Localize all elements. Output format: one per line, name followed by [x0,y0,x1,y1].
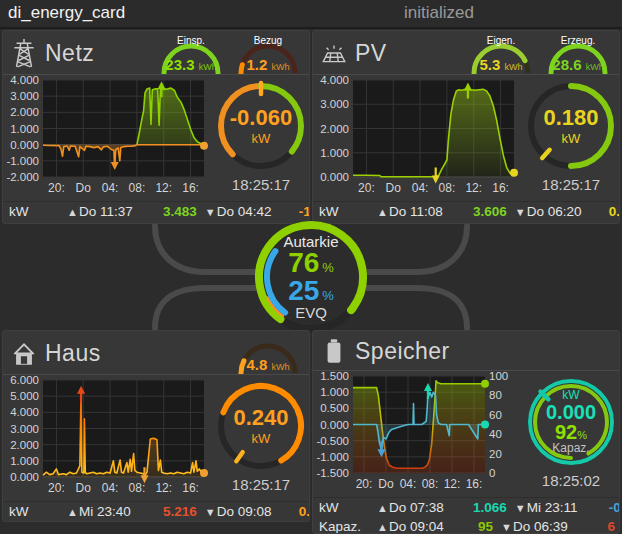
svg-text:12:: 12: [155,181,172,195]
svg-text:3.000: 3.000 [320,98,349,110]
panel-pv[interactable]: PV Eigen. 5.3 kWh Erzeug. 28.6 kWh 4.000… [312,30,620,224]
max-arrow-icon: ▲ [67,506,78,518]
power-pylon-icon [9,38,39,68]
min-arrow-icon: ▼ [205,206,216,218]
svg-text:08:: 08: [439,181,456,195]
netz-power-gauge[interactable]: -0.060 kW [213,78,309,174]
min-arrow-icon: ▼ [515,502,526,514]
svg-text:20:: 20: [48,481,65,495]
haus-power-gauge[interactable]: 0.240 kW [213,378,309,474]
svg-text:16:: 16: [466,477,483,491]
panel-haus[interactable]: Haus 4.8 kWh 6.0005.0004.0003.0002.0001.… [2,330,310,522]
speicher-header: Speicher [313,331,619,371]
max-arrow-icon: ▲ [377,521,388,533]
pv-stats-row: kW ▲Do 11:08 3.606 ▼Do 06:20 0.000 [313,201,619,221]
svg-text:16:: 16: [492,181,509,195]
svg-text:04:: 04: [102,481,119,495]
svg-text:4.000: 4.000 [10,75,39,86]
svg-text:5.000: 5.000 [10,390,39,402]
speicher-stats-row-kw: kW ▲Do 07:38 1.066 ▼Mi 23:11 -0.793 [313,497,619,517]
svg-text:1.000: 1.000 [10,123,39,135]
netz-chart: 4.0003.0002.0001.0000.000-1.000-2.00020:… [3,75,211,201]
window-titlebar: di_energy_card initialized [0,0,622,29]
svg-text:20:: 20: [358,181,375,195]
max-arrow-icon: ▲ [67,206,78,218]
pv-erzeug-badge[interactable]: Erzeug. 28.6 kWh [541,32,615,74]
pv-chart: 4.0003.0002.0001.0000.00020:Do04:08:12:1… [313,75,521,201]
autarkie-gauge[interactable]: Autarkie 76 % 25 % EVQ [253,219,369,335]
netz-bezug-badge[interactable]: Bezug 1.2 kWh [231,32,305,74]
max-arrow-icon: ▲ [377,502,388,514]
svg-text:1.500: 1.500 [320,371,349,382]
svg-text:08:: 08: [422,477,439,491]
svg-text:0: 0 [489,467,495,479]
svg-text:08:: 08: [129,181,146,195]
svg-text:4.000: 4.000 [320,75,349,86]
min-arrow-icon: ▼ [205,506,216,518]
svg-text:16:: 16: [182,481,199,495]
svg-text:80: 80 [489,389,502,401]
netz-timestamp: 18:25:17 [232,176,290,193]
svg-text:20:: 20: [356,477,373,491]
speicher-stats-row-kapaz: Kapaz. ▲Do 09:04 95 ▼Do 06:39 6 [313,517,619,534]
svg-text:1.000: 1.000 [10,455,39,467]
haus-stats-row: kW ▲Mi 23:40 5.216 ▼Do 09:08 0.000 [3,501,309,521]
svg-text:2.000: 2.000 [10,439,39,451]
panel-speicher[interactable]: Speicher 1.5001.0000.5000.000-0.500-1.00… [312,330,620,534]
svg-text:Do: Do [386,181,402,195]
svg-text:04:: 04: [400,477,417,491]
svg-text:12:: 12: [155,481,172,495]
svg-text:Do: Do [76,481,92,495]
svg-text:Do: Do [76,181,92,195]
svg-text:1.000: 1.000 [320,386,349,398]
svg-text:Do: Do [378,477,394,491]
pv-header: PV Eigen. 5.3 kWh Erzeug. 28.6 kWh [313,31,619,75]
svg-text:-1.500: -1.500 [316,467,349,479]
speicher-chart: 1.5001.0000.5000.000-0.500-1.000-1.50010… [313,371,521,497]
svg-text:1.000: 1.000 [320,147,349,159]
min-arrow-icon: ▼ [515,206,526,218]
haus-verbrauch-badge[interactable]: 4.8 kWh [231,332,305,374]
svg-text:20: 20 [489,448,502,460]
netz-stats-row: kW ▲Do 11:37 3.483 ▼Do 04:42 -1.140 [3,201,309,221]
status-text: initialized [404,3,474,23]
svg-text:40: 40 [489,428,502,440]
max-arrow-icon: ▲ [377,206,388,218]
svg-text:2.000: 2.000 [10,106,39,118]
svg-text:-1.000: -1.000 [316,451,349,463]
solar-panel-icon [319,38,349,68]
svg-text:2.000: 2.000 [320,123,349,135]
min-arrow-icon: ▼ [501,521,512,533]
autarkie-value: 76 % [288,249,334,277]
svg-text:0.500: 0.500 [320,402,349,414]
svg-text:3.000: 3.000 [10,423,39,435]
panel-netz[interactable]: Netz Einsp. 23.3 kWh Bezug 1.2 kWh 4.000… [2,30,310,224]
center-band: Autarkie 76 % 25 % EVQ [0,224,622,330]
netz-einsp-badge[interactable]: Einsp. 23.3 kWh [154,32,228,74]
svg-text:6.000: 6.000 [10,375,39,386]
svg-text:12:: 12: [465,181,482,195]
haus-chart: 6.0005.0004.0003.0002.0001.0000.00020:Do… [3,375,211,501]
pv-power-gauge[interactable]: 0.180 kW [523,78,619,174]
svg-text:08:: 08: [129,481,146,495]
evq-value: 25 % [288,277,334,305]
svg-text:100: 100 [489,371,508,382]
haus-title: Haus [45,340,101,367]
netz-title: Netz [45,40,94,67]
svg-text:04:: 04: [412,181,429,195]
svg-text:16:: 16: [182,181,199,195]
battery-icon [319,336,349,366]
svg-text:12:: 12: [444,477,461,491]
pv-title: PV [355,40,387,67]
svg-text:0.000: 0.000 [10,139,39,151]
netz-header: Netz Einsp. 23.3 kWh Bezug 1.2 kWh [3,31,309,75]
card-title: di_energy_card [8,3,125,23]
pv-eigen-badge[interactable]: Eigen. 5.3 kWh [464,32,538,74]
pv-timestamp: 18:25:17 [542,176,600,193]
speicher-timestamp: 18:25:02 [542,472,600,489]
svg-text:-1.000: -1.000 [6,155,39,167]
haus-header: Haus 4.8 kWh [3,331,309,375]
speicher-gauge[interactable]: kW 0.000 92% Kapaz. [523,374,619,470]
house-icon [9,338,39,368]
haus-timestamp: 18:25:17 [232,476,290,493]
